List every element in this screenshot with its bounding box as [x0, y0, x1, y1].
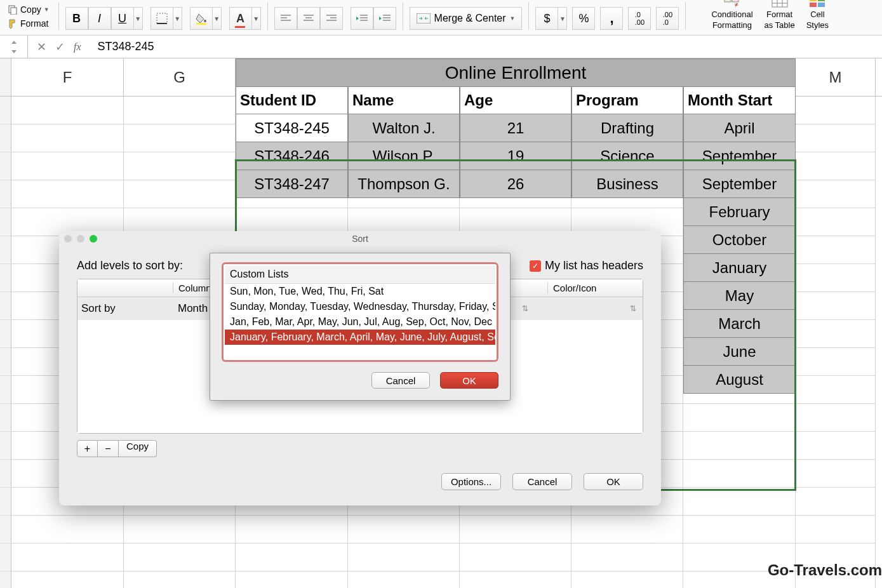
custom-lists-cancel-button[interactable]: Cancel — [371, 372, 430, 389]
format-as-table-button[interactable]: Format as Table — [765, 0, 795, 30]
bold-button[interactable]: B — [65, 7, 88, 30]
options-button[interactable]: Options... — [441, 473, 501, 490]
row-header[interactable] — [0, 292, 11, 320]
table-cell[interactable]: October — [683, 226, 796, 254]
close-window-button[interactable] — [64, 235, 72, 243]
underline-button[interactable]: U — [111, 7, 134, 30]
row-header[interactable] — [0, 571, 11, 588]
accept-formula-icon[interactable]: ✓ — [55, 40, 65, 54]
formula-input[interactable] — [90, 40, 882, 53]
cell[interactable] — [571, 544, 683, 571]
table-title[interactable]: Online Enrollment — [236, 58, 796, 86]
cell[interactable] — [796, 152, 876, 180]
table-cell[interactable]: January — [683, 254, 796, 282]
row-header[interactable] — [0, 264, 11, 292]
cell[interactable] — [11, 97, 124, 124]
col-header-F[interactable]: F — [11, 58, 124, 96]
cell-styles-button[interactable]: Cell Styles — [806, 0, 829, 30]
row-header[interactable] — [0, 348, 11, 376]
table-cell[interactable]: ST348-246 — [236, 142, 348, 170]
row-header[interactable] — [0, 180, 11, 208]
table-cell[interactable]: 21 — [460, 114, 571, 142]
cell[interactable] — [124, 571, 236, 588]
row-header[interactable] — [0, 124, 11, 152]
table-cell[interactable]: ST348-245 — [236, 114, 348, 142]
fill-dropdown[interactable]: ▼ — [213, 7, 222, 30]
align-right-button[interactable] — [320, 7, 343, 30]
table-cell[interactable]: June — [683, 338, 796, 366]
cell[interactable] — [796, 488, 876, 516]
table-cell[interactable]: Business — [571, 170, 683, 198]
currency-button[interactable]: $ — [535, 7, 558, 30]
currency-dropdown[interactable]: ▼ — [558, 7, 567, 30]
table-cell[interactable]: 19 — [460, 142, 571, 170]
fill-color-button[interactable] — [190, 7, 213, 30]
cell[interactable] — [796, 124, 876, 152]
th-name[interactable]: Name — [348, 87, 460, 114]
cell[interactable] — [460, 516, 571, 544]
th-age[interactable]: Age — [460, 87, 571, 114]
name-box-dropdown[interactable] — [0, 36, 28, 58]
increase-decimal-button[interactable]: .0.00 — [628, 7, 651, 30]
cell[interactable] — [683, 460, 796, 488]
col-header-M[interactable]: M — [796, 58, 876, 96]
custom-list-item[interactable]: January, February, March, April, May, Ju… — [225, 330, 495, 345]
table-cell[interactable]: February — [683, 198, 796, 226]
cell[interactable] — [348, 544, 460, 571]
cell[interactable] — [683, 404, 796, 432]
cell[interactable] — [11, 180, 124, 208]
cell[interactable] — [11, 124, 124, 152]
row-header[interactable] — [0, 208, 11, 236]
row-header[interactable] — [0, 460, 11, 488]
font-color-dropdown[interactable]: ▼ — [252, 7, 261, 30]
cell[interactable] — [796, 236, 876, 264]
add-level-button[interactable]: + — [77, 440, 98, 457]
cell[interactable] — [796, 516, 876, 544]
underline-dropdown[interactable]: ▼ — [134, 7, 143, 30]
cell[interactable] — [124, 544, 236, 571]
stepper-icon[interactable]: ⇅ — [630, 304, 643, 313]
minimize-window-button[interactable] — [77, 235, 84, 243]
cell[interactable] — [124, 97, 236, 124]
table-cell[interactable]: 26 — [460, 170, 571, 198]
ok-button[interactable]: OK — [584, 473, 643, 490]
cell[interactable] — [460, 544, 571, 571]
borders-dropdown[interactable]: ▼ — [173, 7, 182, 30]
table-cell[interactable]: Science — [571, 142, 683, 170]
cell[interactable] — [683, 432, 796, 460]
cancel-formula-icon[interactable]: ✕ — [37, 40, 46, 54]
cell[interactable] — [11, 516, 124, 544]
cell[interactable] — [796, 432, 876, 460]
borders-button[interactable] — [150, 7, 173, 30]
cell[interactable] — [796, 376, 876, 404]
cell[interactable] — [124, 152, 236, 180]
row-header[interactable] — [0, 152, 11, 180]
cell[interactable] — [796, 208, 876, 236]
row-header[interactable] — [0, 432, 11, 460]
row-header[interactable] — [0, 376, 11, 404]
row-header[interactable] — [0, 320, 11, 348]
fx-label[interactable]: fx — [74, 41, 81, 53]
copy-level-button[interactable]: Copy — [119, 440, 157, 457]
th-program[interactable]: Program — [571, 87, 683, 114]
row-header[interactable] — [0, 516, 11, 544]
cell[interactable] — [124, 516, 236, 544]
table-cell[interactable]: ST348-247 — [236, 170, 348, 198]
cell[interactable] — [11, 152, 124, 180]
align-center-button[interactable] — [297, 7, 320, 30]
cell[interactable] — [683, 488, 796, 516]
decrease-indent-button[interactable] — [351, 7, 373, 30]
custom-list-item[interactable]: Jan, Feb, Mar, Apr, May, Jun, Jul, Aug, … — [225, 314, 495, 330]
cancel-button[interactable]: Cancel — [512, 473, 572, 490]
custom-lists-ok-button[interactable]: OK — [440, 372, 498, 389]
th-student-id[interactable]: Student ID — [236, 87, 348, 114]
cell[interactable] — [796, 264, 876, 292]
table-cell[interactable]: Wilson P. — [348, 142, 460, 170]
italic-button[interactable]: I — [88, 7, 111, 30]
format-painter-button[interactable]: Format — [5, 17, 52, 30]
cell[interactable] — [683, 516, 796, 544]
cell[interactable] — [796, 97, 876, 124]
row-header[interactable] — [0, 97, 11, 124]
cell[interactable] — [796, 292, 876, 320]
th-month-start[interactable]: Month Start — [683, 87, 796, 114]
